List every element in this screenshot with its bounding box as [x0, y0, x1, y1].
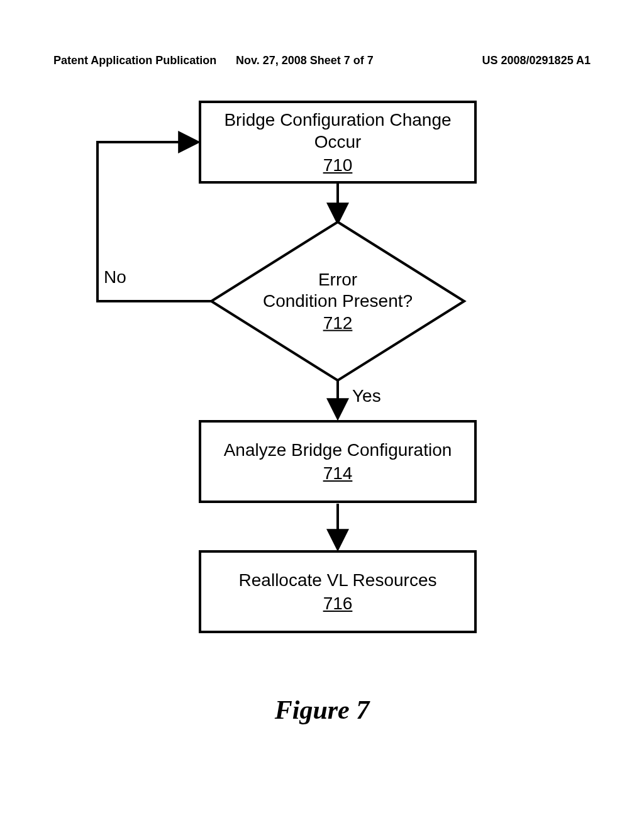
step-analyze-bridge-config: Analyze Bridge Configuration 714: [199, 420, 477, 503]
decision-712-ref: 712: [323, 313, 353, 334]
step-716-text: Reallocate VL Resources: [239, 569, 437, 591]
step-714-ref: 714: [323, 462, 353, 484]
figure-caption: Figure 7: [275, 695, 370, 725]
decision-error-condition: Error Condition Present? 712: [211, 222, 464, 380]
flowchart: Bridge Configuration Change Occur 710: [0, 0, 644, 830]
decision-712-text: Error Condition Present?: [256, 269, 419, 311]
step-reallocate-vl-resources: Reallocate VL Resources 716: [199, 550, 477, 633]
edge-label-no: No: [104, 267, 126, 287]
step-716-ref: 716: [323, 592, 353, 614]
edge-label-yes: Yes: [352, 386, 381, 406]
decision-712-content: Error Condition Present? 712: [256, 269, 419, 334]
step-714-text: Analyze Bridge Configuration: [224, 439, 452, 461]
